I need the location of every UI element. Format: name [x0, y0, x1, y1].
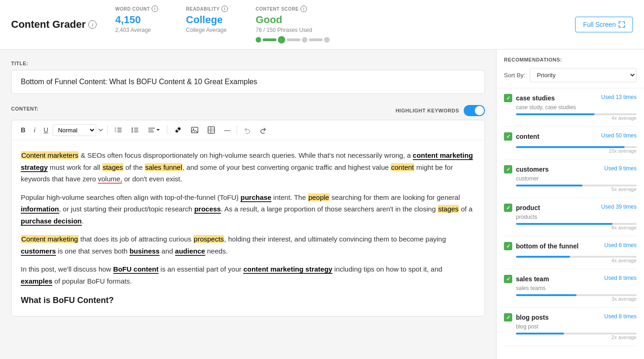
title-label: TITLE:	[11, 61, 485, 66]
rec-checkbox[interactable]	[504, 165, 512, 173]
score-seg-3	[309, 38, 323, 41]
metrics-row: WORD COUNT i 4,150 2,403 Average READABI…	[115, 6, 557, 43]
metric-word-count: WORD COUNT i 4,150 2,403 Average	[115, 6, 158, 43]
rec-name: blog posts	[516, 314, 549, 321]
toggle-switch[interactable]	[464, 105, 485, 116]
table-icon	[207, 126, 215, 134]
rec-item-header: case studies Used 13 times	[504, 94, 637, 102]
align-chevron-icon	[156, 128, 160, 132]
toolbar-sep-3	[237, 125, 237, 135]
rec-sub: sales teams	[516, 285, 637, 291]
fullscreen-button[interactable]: Full Screen	[575, 17, 633, 32]
highlight-keywords-toggle[interactable]: HIGHLIGHT KEYWORDS	[396, 105, 485, 116]
content-header: CONTENT: HIGHLIGHT KEYWORDS	[11, 105, 485, 116]
rec-name: sales team	[516, 275, 549, 283]
svg-rect-17	[208, 127, 215, 133]
underline-button[interactable]: U	[40, 124, 52, 136]
content-score-info-icon[interactable]: i	[301, 6, 307, 12]
rec-checkbox[interactable]	[504, 242, 512, 250]
svg-point-6	[132, 128, 133, 129]
content-score-value: Good	[256, 14, 330, 26]
undo-button[interactable]	[240, 124, 255, 136]
rec-used: Used 13 times	[601, 94, 637, 100]
rec-used: Used 6 times	[604, 242, 637, 248]
score-seg-2	[287, 38, 301, 41]
rec-left: sales team	[504, 275, 549, 283]
readability-sub: College Average	[186, 27, 228, 33]
rec-checkbox[interactable]	[504, 94, 512, 102]
rec-item-header: blog posts Used 8 times	[504, 313, 637, 322]
align-icon	[147, 126, 156, 134]
rec-avg: 5x average	[516, 186, 637, 192]
rec-checkbox[interactable]	[504, 204, 512, 212]
rec-list: case studies Used 13 times case study, c…	[497, 88, 644, 359]
rec-used: Used 39 times	[601, 204, 637, 210]
rec-used: Used 50 times	[601, 132, 637, 139]
score-dot-start	[256, 37, 261, 43]
sort-select[interactable]: Priority Alphabetical Used Times	[530, 68, 637, 82]
score-dot-current	[278, 36, 285, 43]
rec-checkbox[interactable]	[504, 313, 512, 322]
rec-item: bottom of the funnel Used 6 times 4x ave…	[504, 236, 637, 269]
readability-value: College	[186, 14, 228, 26]
score-dot-end	[324, 37, 330, 43]
score-seg-1	[263, 38, 276, 41]
rec-checkbox[interactable]	[504, 132, 512, 141]
rec-name: bottom of the funnel	[516, 242, 578, 250]
svg-point-7	[132, 130, 133, 131]
link-button[interactable]	[170, 124, 186, 136]
rec-item: case studies Used 13 times case study, c…	[504, 88, 637, 127]
rec-left: bottom of the funnel	[504, 242, 578, 250]
word-count-info-icon[interactable]: i	[152, 6, 158, 12]
unordered-list-button[interactable]	[127, 124, 143, 136]
rec-item-header: content Used 50 times	[504, 132, 637, 141]
content-score-sub: 76 / 150 Phrases Used	[256, 27, 330, 33]
highlight-label: HIGHLIGHT KEYWORDS	[396, 108, 459, 113]
rec-used: Used 8 times	[604, 275, 637, 281]
bold-button[interactable]: B	[17, 124, 29, 136]
svg-text:3.: 3.	[115, 130, 117, 133]
word-count-sub: 2,403 Average	[115, 27, 158, 33]
table-button[interactable]	[203, 124, 219, 136]
image-button[interactable]	[187, 124, 202, 136]
divider-button[interactable]: —	[220, 124, 234, 136]
info-icon[interactable]: i	[88, 20, 97, 29]
metric-content-score: CONTENT SCORE i Good 76 / 150 Phrases Us…	[256, 6, 330, 43]
title-input[interactable]	[11, 70, 485, 94]
rec-sub: blog post	[516, 323, 637, 330]
sort-label: Sort By:	[504, 72, 525, 79]
rec-sub: customer	[516, 175, 637, 182]
rec-left: case studies	[504, 94, 555, 102]
rec-name: case studies	[516, 94, 555, 102]
rec-used: Used 8 times	[604, 313, 637, 320]
editor-area: TITLE: CONTENT: HIGHLIGHT KEYWORDS B i U…	[0, 50, 496, 359]
toolbar-sep-1	[107, 125, 108, 135]
rec-avg: 8x average	[516, 225, 637, 230]
ordered-list-button[interactable]: 1.2.3.	[110, 124, 126, 136]
italic-button[interactable]: i	[30, 124, 39, 136]
rec-item-header: customers Used 9 times	[504, 165, 637, 173]
rec-avg: 3x average	[516, 296, 637, 302]
rec-avg: 4x average	[516, 258, 637, 263]
score-progress-bar	[256, 36, 330, 43]
rec-name: product	[516, 204, 540, 211]
rec-avg: 10x average	[516, 148, 637, 154]
rec-name: customers	[516, 166, 549, 173]
rec-checkbox[interactable]	[504, 275, 512, 283]
editor-box: B i U Normal Heading 1 Heading 2 Heading…	[11, 120, 485, 316]
metric-readability: READABILITY i College College Average	[186, 6, 228, 43]
rec-item: customers Used 9 times customer 5x avera…	[504, 160, 637, 198]
panel-title: RECOMMENDATIONS:	[504, 57, 637, 62]
rec-used: Used 9 times	[604, 165, 637, 172]
redo-button[interactable]	[256, 124, 270, 136]
content-score-label: CONTENT SCORE i	[256, 6, 330, 12]
editor-content[interactable]: Content marketers & SEOs often focus dis…	[12, 140, 485, 316]
readability-label: READABILITY i	[186, 6, 228, 12]
rec-avg: 2x average	[516, 334, 637, 340]
format-select[interactable]: Normal Heading 1 Heading 2 Heading 3	[53, 124, 96, 136]
readability-info-icon[interactable]: i	[221, 6, 228, 12]
app-title: Content Grader i	[11, 19, 97, 31]
link-icon	[174, 126, 182, 134]
rec-item: blog posts Used 8 times blog post 2x ave…	[504, 308, 637, 346]
align-button[interactable]	[144, 124, 164, 136]
